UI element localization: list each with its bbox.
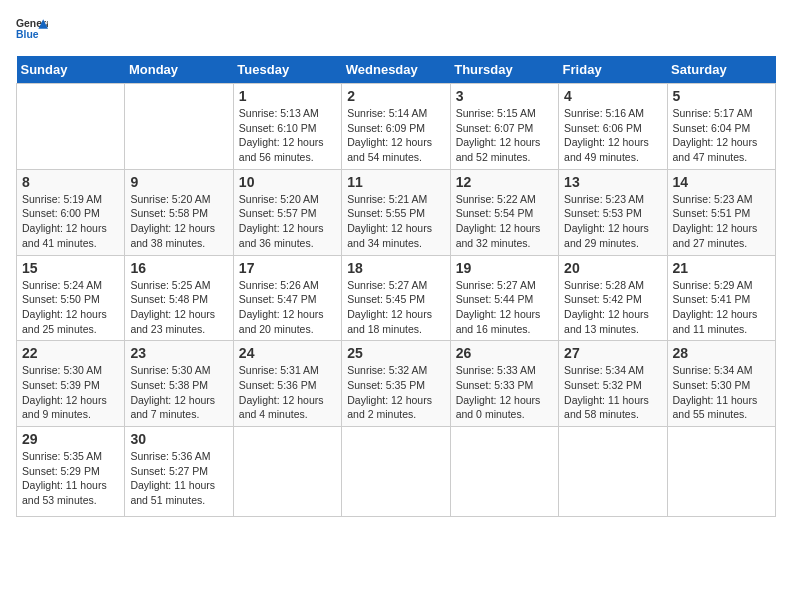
day-cell-3: 3Sunrise: 5:15 AMSunset: 6:07 PMDaylight… <box>450 84 558 170</box>
day-cell-17: 17Sunrise: 5:26 AMSunset: 5:47 PMDayligh… <box>233 255 341 341</box>
week-row-5: 29Sunrise: 5:35 AMSunset: 5:29 PMDayligh… <box>17 427 776 517</box>
empty-day-cell <box>342 427 450 517</box>
day-cell-4: 4Sunrise: 5:16 AMSunset: 6:06 PMDaylight… <box>559 84 667 170</box>
day-info: Sunrise: 5:29 AMSunset: 5:41 PMDaylight:… <box>673 278 770 337</box>
day-info: Sunrise: 5:28 AMSunset: 5:42 PMDaylight:… <box>564 278 661 337</box>
day-cell-19: 19Sunrise: 5:27 AMSunset: 5:44 PMDayligh… <box>450 255 558 341</box>
week-row-2: 8Sunrise: 5:19 AMSunset: 6:00 PMDaylight… <box>17 169 776 255</box>
week-row-4: 22Sunrise: 5:30 AMSunset: 5:39 PMDayligh… <box>17 341 776 427</box>
day-info: Sunrise: 5:25 AMSunset: 5:48 PMDaylight:… <box>130 278 227 337</box>
logo-icon: General Blue <box>16 16 48 44</box>
empty-day-cell <box>559 427 667 517</box>
empty-day-cell <box>125 84 233 170</box>
day-number: 25 <box>347 345 444 361</box>
day-info: Sunrise: 5:13 AMSunset: 6:10 PMDaylight:… <box>239 106 336 165</box>
day-number: 17 <box>239 260 336 276</box>
day-number: 19 <box>456 260 553 276</box>
day-info: Sunrise: 5:20 AMSunset: 5:58 PMDaylight:… <box>130 192 227 251</box>
day-number: 4 <box>564 88 661 104</box>
day-number: 2 <box>347 88 444 104</box>
day-cell-10: 10Sunrise: 5:20 AMSunset: 5:57 PMDayligh… <box>233 169 341 255</box>
day-info: Sunrise: 5:22 AMSunset: 5:54 PMDaylight:… <box>456 192 553 251</box>
day-header-saturday: Saturday <box>667 56 775 84</box>
day-cell-20: 20Sunrise: 5:28 AMSunset: 5:42 PMDayligh… <box>559 255 667 341</box>
day-cell-15: 15Sunrise: 5:24 AMSunset: 5:50 PMDayligh… <box>17 255 125 341</box>
day-header-wednesday: Wednesday <box>342 56 450 84</box>
days-header-row: SundayMondayTuesdayWednesdayThursdayFrid… <box>17 56 776 84</box>
day-info: Sunrise: 5:21 AMSunset: 5:55 PMDaylight:… <box>347 192 444 251</box>
day-header-monday: Monday <box>125 56 233 84</box>
calendar-table: SundayMondayTuesdayWednesdayThursdayFrid… <box>16 56 776 517</box>
day-number: 8 <box>22 174 119 190</box>
day-number: 5 <box>673 88 770 104</box>
day-cell-11: 11Sunrise: 5:21 AMSunset: 5:55 PMDayligh… <box>342 169 450 255</box>
day-info: Sunrise: 5:31 AMSunset: 5:36 PMDaylight:… <box>239 363 336 422</box>
empty-day-cell <box>667 427 775 517</box>
week-row-1: 1Sunrise: 5:13 AMSunset: 6:10 PMDaylight… <box>17 84 776 170</box>
empty-day-cell <box>17 84 125 170</box>
day-number: 1 <box>239 88 336 104</box>
day-number: 20 <box>564 260 661 276</box>
day-header-thursday: Thursday <box>450 56 558 84</box>
day-cell-14: 14Sunrise: 5:23 AMSunset: 5:51 PMDayligh… <box>667 169 775 255</box>
day-info: Sunrise: 5:33 AMSunset: 5:33 PMDaylight:… <box>456 363 553 422</box>
day-cell-22: 22Sunrise: 5:30 AMSunset: 5:39 PMDayligh… <box>17 341 125 427</box>
day-info: Sunrise: 5:27 AMSunset: 5:44 PMDaylight:… <box>456 278 553 337</box>
day-info: Sunrise: 5:32 AMSunset: 5:35 PMDaylight:… <box>347 363 444 422</box>
day-number: 16 <box>130 260 227 276</box>
day-number: 21 <box>673 260 770 276</box>
day-header-friday: Friday <box>559 56 667 84</box>
day-info: Sunrise: 5:16 AMSunset: 6:06 PMDaylight:… <box>564 106 661 165</box>
day-info: Sunrise: 5:30 AMSunset: 5:39 PMDaylight:… <box>22 363 119 422</box>
day-number: 11 <box>347 174 444 190</box>
day-number: 24 <box>239 345 336 361</box>
day-info: Sunrise: 5:23 AMSunset: 5:51 PMDaylight:… <box>673 192 770 251</box>
day-header-tuesday: Tuesday <box>233 56 341 84</box>
day-info: Sunrise: 5:26 AMSunset: 5:47 PMDaylight:… <box>239 278 336 337</box>
logo: General Blue <box>16 16 48 44</box>
day-cell-12: 12Sunrise: 5:22 AMSunset: 5:54 PMDayligh… <box>450 169 558 255</box>
svg-text:Blue: Blue <box>16 29 39 40</box>
day-info: Sunrise: 5:34 AMSunset: 5:30 PMDaylight:… <box>673 363 770 422</box>
day-info: Sunrise: 5:14 AMSunset: 6:09 PMDaylight:… <box>347 106 444 165</box>
day-cell-5: 5Sunrise: 5:17 AMSunset: 6:04 PMDaylight… <box>667 84 775 170</box>
day-number: 14 <box>673 174 770 190</box>
day-cell-23: 23Sunrise: 5:30 AMSunset: 5:38 PMDayligh… <box>125 341 233 427</box>
day-number: 18 <box>347 260 444 276</box>
day-number: 26 <box>456 345 553 361</box>
day-cell-25: 25Sunrise: 5:32 AMSunset: 5:35 PMDayligh… <box>342 341 450 427</box>
empty-day-cell <box>450 427 558 517</box>
day-number: 9 <box>130 174 227 190</box>
day-cell-27: 27Sunrise: 5:34 AMSunset: 5:32 PMDayligh… <box>559 341 667 427</box>
day-info: Sunrise: 5:17 AMSunset: 6:04 PMDaylight:… <box>673 106 770 165</box>
day-cell-16: 16Sunrise: 5:25 AMSunset: 5:48 PMDayligh… <box>125 255 233 341</box>
day-info: Sunrise: 5:27 AMSunset: 5:45 PMDaylight:… <box>347 278 444 337</box>
day-cell-29: 29Sunrise: 5:35 AMSunset: 5:29 PMDayligh… <box>17 427 125 517</box>
day-number: 15 <box>22 260 119 276</box>
day-info: Sunrise: 5:20 AMSunset: 5:57 PMDaylight:… <box>239 192 336 251</box>
page-header: General Blue <box>16 16 776 44</box>
day-cell-2: 2Sunrise: 5:14 AMSunset: 6:09 PMDaylight… <box>342 84 450 170</box>
day-number: 13 <box>564 174 661 190</box>
day-cell-9: 9Sunrise: 5:20 AMSunset: 5:58 PMDaylight… <box>125 169 233 255</box>
day-number: 30 <box>130 431 227 447</box>
day-number: 28 <box>673 345 770 361</box>
day-number: 12 <box>456 174 553 190</box>
day-number: 10 <box>239 174 336 190</box>
day-cell-18: 18Sunrise: 5:27 AMSunset: 5:45 PMDayligh… <box>342 255 450 341</box>
day-cell-24: 24Sunrise: 5:31 AMSunset: 5:36 PMDayligh… <box>233 341 341 427</box>
day-info: Sunrise: 5:36 AMSunset: 5:27 PMDaylight:… <box>130 449 227 508</box>
day-info: Sunrise: 5:19 AMSunset: 6:00 PMDaylight:… <box>22 192 119 251</box>
day-cell-13: 13Sunrise: 5:23 AMSunset: 5:53 PMDayligh… <box>559 169 667 255</box>
day-number: 27 <box>564 345 661 361</box>
day-cell-8: 8Sunrise: 5:19 AMSunset: 6:00 PMDaylight… <box>17 169 125 255</box>
week-row-3: 15Sunrise: 5:24 AMSunset: 5:50 PMDayligh… <box>17 255 776 341</box>
day-info: Sunrise: 5:15 AMSunset: 6:07 PMDaylight:… <box>456 106 553 165</box>
day-header-sunday: Sunday <box>17 56 125 84</box>
day-info: Sunrise: 5:30 AMSunset: 5:38 PMDaylight:… <box>130 363 227 422</box>
day-cell-30: 30Sunrise: 5:36 AMSunset: 5:27 PMDayligh… <box>125 427 233 517</box>
day-cell-26: 26Sunrise: 5:33 AMSunset: 5:33 PMDayligh… <box>450 341 558 427</box>
day-info: Sunrise: 5:34 AMSunset: 5:32 PMDaylight:… <box>564 363 661 422</box>
day-number: 29 <box>22 431 119 447</box>
day-cell-21: 21Sunrise: 5:29 AMSunset: 5:41 PMDayligh… <box>667 255 775 341</box>
